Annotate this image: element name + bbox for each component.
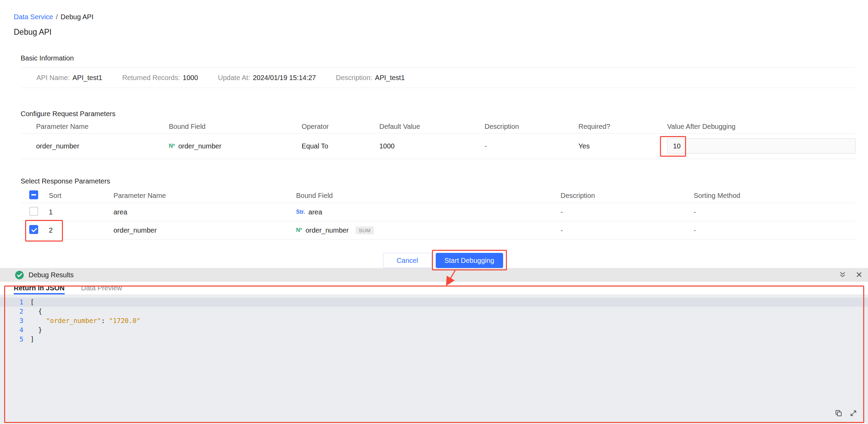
col-description: Description — [485, 120, 578, 133]
response-table-header-row: Sort Parameter Name Bound Field Descript… — [21, 189, 855, 203]
cell-description: - — [561, 221, 694, 239]
number-type-icon: Nº — [296, 227, 302, 233]
col-required: Required? — [578, 120, 667, 133]
debug-value-input[interactable] — [667, 138, 856, 154]
col-parameter-name: Parameter Name — [21, 120, 169, 133]
debug-results-header: Debug Results ✕ — [0, 268, 868, 282]
basic-information-title: Basic Information — [21, 54, 855, 63]
results-tabs: Return in JSON Data Preview — [0, 282, 868, 294]
cell-default-value: 1000 — [379, 133, 485, 159]
cell-sort: 2 — [49, 221, 113, 239]
cell-sorting-method: - — [694, 203, 855, 221]
response-parameters-table: Sort Parameter Name Bound Field Descript… — [21, 189, 855, 240]
cell-description: - — [485, 133, 578, 159]
debug-results-panel: Debug Results ✕ Return in JSON Data Prev… — [0, 268, 868, 424]
cell-sorting-method: - — [694, 221, 855, 239]
response-parameters-section: Select Response Parameters Sort Paramete… — [21, 177, 855, 240]
page-title: Debug API — [14, 27, 854, 38]
col-bound-field: Bound Field — [169, 120, 302, 133]
code-line: 4 } — [0, 325, 868, 335]
debug-api-page: Data Service / Debug API Debug API Basic… — [0, 0, 868, 268]
response-row-area: 1 area Str. area - - — [21, 203, 855, 221]
response-row-order-number: 2 order_number Nº order_number SUM - - — [21, 221, 855, 239]
col-resp-description: Description — [561, 189, 694, 203]
cell-bound-field: Nº order_number — [169, 133, 302, 159]
select-all-checkbox[interactable] — [29, 190, 38, 199]
cell-bound-field: Nº order_number SUM — [296, 221, 561, 239]
code-line: 2 { — [0, 307, 868, 316]
tab-data-preview[interactable]: Data Preview — [81, 282, 122, 294]
basic-information-section: Basic Information API Name:API_test1 Ret… — [21, 54, 855, 88]
sum-aggregation-badge: SUM — [356, 226, 374, 234]
cell-description: - — [561, 203, 694, 221]
close-panel-icon[interactable]: ✕ — [856, 271, 862, 279]
breadcrumb-current: Debug API — [61, 13, 94, 21]
cell-debug-value — [667, 133, 855, 159]
request-parameters-table: Parameter Name Bound Field Operator Defa… — [21, 120, 855, 159]
response-parameters-title: Select Response Parameters — [21, 177, 855, 186]
info-description: Description:API_test1 — [336, 74, 405, 82]
number-type-icon: Nº — [169, 143, 175, 149]
info-returned-records: Returned Records:1000 — [122, 74, 198, 82]
col-operator: Operator — [302, 120, 379, 133]
start-debugging-button[interactable]: Start Debugging — [436, 253, 503, 268]
cell-sort: 1 — [49, 203, 113, 221]
copy-json-icon[interactable] — [835, 410, 842, 417]
cell-parameter-name: area — [113, 203, 296, 221]
col-sort: Sort — [49, 189, 113, 203]
request-parameters-title: Configure Request Parameters — [21, 109, 855, 118]
action-buttons: Cancel Start Debugging — [14, 253, 854, 268]
request-table-header-row: Parameter Name Bound Field Operator Defa… — [21, 120, 855, 133]
code-line: 3 "order_number": "1720.0" — [0, 316, 868, 325]
breadcrumb-data-service-link[interactable]: Data Service — [14, 13, 53, 21]
basic-information-bar: API Name:API_test1 Returned Records:1000… — [21, 67, 855, 88]
cell-required: Yes — [578, 133, 667, 159]
cell-operator: Equal To — [302, 133, 379, 159]
col-sorting-method: Sorting Method — [694, 189, 855, 203]
string-type-icon: Str. — [296, 209, 305, 215]
info-api-name: API Name:API_test1 — [36, 74, 102, 82]
code-line: 5 ] — [0, 335, 868, 344]
row-checkbox-area[interactable] — [29, 207, 38, 216]
collapse-panel-icon[interactable] — [838, 271, 847, 279]
cell-parameter-name: order_number — [21, 133, 169, 159]
request-table-row: order_number Nº order_number Equal To 10… — [21, 133, 855, 159]
code-line: 1 [ — [0, 298, 868, 307]
breadcrumb-separator: / — [56, 13, 58, 21]
json-result-viewer: 1 [ 2 { 3 "order_number": "1720.0" 4 } 5… — [0, 294, 868, 424]
header-checkbox-cell — [21, 189, 49, 203]
tab-return-in-json[interactable]: Return in JSON — [14, 282, 65, 294]
info-update-at: Update At:2024/01/19 15:14:27 — [218, 74, 316, 82]
cell-parameter-name: order_number — [113, 221, 296, 239]
success-check-icon — [15, 271, 24, 279]
col-resp-parameter-name: Parameter Name — [113, 189, 296, 203]
fullscreen-icon[interactable] — [850, 410, 857, 417]
breadcrumb: Data Service / Debug API — [14, 12, 854, 21]
row-checkbox-order-number[interactable] — [29, 225, 38, 234]
debug-results-title: Debug Results — [29, 271, 74, 279]
col-resp-bound-field: Bound Field — [296, 189, 561, 203]
col-default-value: Default Value — [379, 120, 485, 133]
cancel-button[interactable]: Cancel — [383, 253, 432, 268]
request-parameters-section: Configure Request Parameters Parameter N… — [21, 109, 855, 159]
cell-bound-field: Str. area — [296, 203, 561, 221]
col-value-after-debugging: Value After Debugging — [667, 120, 855, 133]
